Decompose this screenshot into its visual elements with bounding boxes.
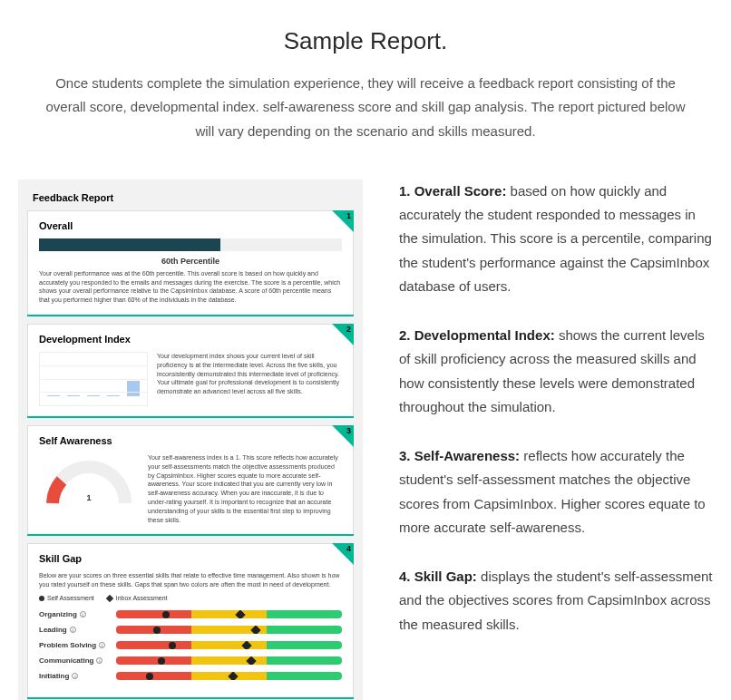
overall-bar-track xyxy=(39,238,342,251)
explanation-item: 1. Overall Score: based on how quickly a… xyxy=(399,180,713,298)
card-title: Self Awareness xyxy=(39,435,342,446)
dev-bar xyxy=(47,395,60,396)
self-awareness-gauge: 1 xyxy=(39,453,139,517)
skill-label: Communicating i xyxy=(39,656,116,665)
card-accent xyxy=(27,534,354,536)
info-icon: i xyxy=(80,611,86,617)
card-accent xyxy=(27,315,354,316)
page-title: Sample Report. xyxy=(18,27,713,55)
skill-track xyxy=(116,672,342,680)
card-number: 1 xyxy=(346,211,351,220)
card-corner: 2 xyxy=(332,324,354,345)
legend-inbox: Inbox Assessment xyxy=(116,595,168,601)
overall-desc: Your overall performance was at the 60th… xyxy=(39,269,342,305)
skill-track xyxy=(116,626,342,634)
card-overall: 1 Overall 60th Percentile Your overall p… xyxy=(27,210,354,316)
card-number: 2 xyxy=(346,325,351,334)
dev-bar xyxy=(87,395,100,396)
skill-track xyxy=(116,610,342,618)
self-marker xyxy=(153,627,161,634)
explanation-item: 3. Self-Awareness: reflects how accurate… xyxy=(399,444,713,540)
skill-label: Initiating i xyxy=(39,672,116,680)
dev-desc: Your development index shows your curren… xyxy=(157,352,342,406)
explanation-title: 3. Self-Awareness: xyxy=(399,448,520,463)
report-header: Feedback Report xyxy=(27,189,354,210)
dev-index-chart xyxy=(39,352,148,406)
skill-gap-row: Communicating i xyxy=(39,656,342,665)
sg-desc: Below are your scores on three essential… xyxy=(39,571,342,589)
legend-self: Self Assessment xyxy=(47,595,94,601)
dev-bar xyxy=(127,381,140,396)
skill-track xyxy=(116,656,342,665)
card-self-awareness: 3 Self Awareness 1 Your self-awareness i… xyxy=(27,425,354,536)
explanation-item: 2. Developmental Index: shows the curren… xyxy=(399,324,713,419)
skill-gap-row: Organizing i xyxy=(39,610,342,618)
overall-bar-fill xyxy=(39,238,220,251)
self-marker xyxy=(158,657,165,665)
explanation-item: 4. Skill Gap: displays the student's sel… xyxy=(399,565,713,637)
card-corner: 4 xyxy=(332,543,354,565)
skill-label: Leading i xyxy=(39,626,116,634)
sg-legend: Self Assessment Inbox Assessment xyxy=(39,595,342,601)
overall-percentile-label: 60th Percentile xyxy=(39,257,342,266)
card-number: 4 xyxy=(346,544,351,553)
skill-label: Organizing i xyxy=(39,610,116,618)
skill-gap-row: Initiating i xyxy=(39,672,342,680)
skill-track xyxy=(116,641,342,649)
card-dev-index: 2 Development Index Your development ind… xyxy=(27,324,354,418)
skill-label: Problem Solving i xyxy=(39,641,116,649)
explanation-title: 4. Skill Gap: xyxy=(399,569,477,584)
self-marker xyxy=(146,673,153,680)
card-corner: 3 xyxy=(332,425,354,447)
card-skill-gap: 4 Skill Gap Below are your scores on thr… xyxy=(27,543,354,699)
card-title: Development Index xyxy=(39,334,342,345)
dev-bar xyxy=(67,395,80,396)
card-corner: 1 xyxy=(332,210,354,232)
explanation-title: 2. Developmental Index: xyxy=(399,327,555,343)
skill-gap-row: Leading i xyxy=(39,626,342,634)
skill-gap-row: Problem Solving i xyxy=(39,641,342,649)
page-intro: Once students complete the simulation ex… xyxy=(39,72,692,143)
card-accent xyxy=(27,697,354,699)
explanation-title: 1. Overall Score: xyxy=(399,183,506,199)
info-icon: i xyxy=(99,642,105,648)
diamond-icon xyxy=(106,595,113,602)
info-icon: i xyxy=(72,673,78,679)
info-icon: i xyxy=(96,657,102,664)
card-title: Skill Gap xyxy=(39,553,342,564)
gauge-value: 1 xyxy=(86,493,91,502)
card-accent xyxy=(27,416,354,418)
sa-desc: Your self-awareness index is a 1. This s… xyxy=(148,453,342,524)
self-marker xyxy=(169,642,176,649)
dot-icon xyxy=(39,596,44,601)
info-icon: i xyxy=(70,627,76,633)
dev-bar xyxy=(107,395,120,396)
explanations: 1. Overall Score: based on how quickly a… xyxy=(399,180,713,662)
card-number: 3 xyxy=(346,426,351,435)
content-columns: Feedback Report 1 Overall 60th Percentil… xyxy=(18,180,713,700)
self-marker xyxy=(162,611,170,618)
report-preview: Feedback Report 1 Overall 60th Percentil… xyxy=(18,180,363,700)
card-title: Overall xyxy=(39,220,342,231)
